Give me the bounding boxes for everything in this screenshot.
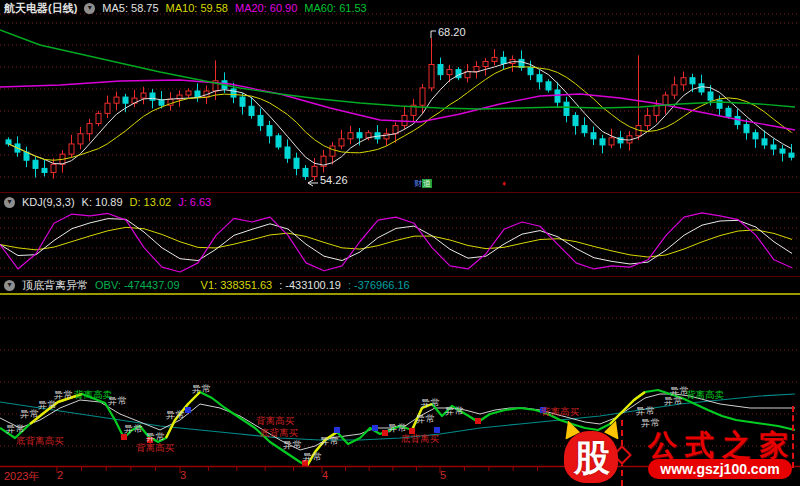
divergence-label: 异常 [387,422,407,433]
ma10-value: MA10: 59.58 [166,2,228,14]
kdj-pane-header: ▾ KDJ(9,3,3) K: 10.89 D: 13.02 J: 6.63 [4,196,211,208]
v3-value: : -376966.16 [348,279,410,291]
kdj-k-value: K: 10.89 [82,196,123,208]
v2-value: : -433100.19 [279,279,341,291]
gridlines [0,14,800,446]
divergence-label: 异常 [282,439,302,450]
logo-character: 股 [562,434,622,483]
divergence-label: 异常 [165,409,185,420]
divergence-label: 异常 [663,395,683,406]
divergence-label: 背离高买 [541,406,580,417]
divergence-label: 异常 [302,451,322,462]
axis-ticks [57,467,538,473]
chevron-down-icon[interactable]: ▾ [4,280,15,291]
bull-logo: 股 [562,422,622,484]
axis-month-label: 2 [57,469,63,481]
divergence-label: 背离高卖 [74,389,113,400]
divergence-label: 异常 [444,405,464,416]
axis-month-label: 4 [322,469,328,481]
divergence-label: 背离高买 [256,415,295,426]
stock-title: 航天电器(日线) [4,2,77,14]
high-price-annotation: 68.20 [438,26,466,38]
divergence-label: 异常 [5,423,25,434]
main-price-pane [0,30,795,186]
stock-app-window: 异常异常异常异常背离高卖底背离高买异常异常异常背离高买异常异常背离高买底背离买异… [0,0,800,486]
ma60-value: MA60: 61.53 [304,2,366,14]
divergence-label: 异常 [191,383,211,394]
kdj-d-value: D: 13.02 [130,196,172,208]
divergence-label: 底背离买 [260,427,299,438]
chart-canvas[interactable]: 异常异常异常异常背离高卖底背离高买异常异常异常背离高买异常异常背离高买底背离买异… [0,0,800,486]
kdj-title: KDJ(9,3,3) [22,196,75,208]
ma5-value: MA5: 58.75 [102,2,158,14]
divergence-label: 背离高卖 [686,389,725,400]
divergence-label: 异常 [19,408,39,419]
v1-value: V1: 338351.63 [201,279,273,291]
obv-value: OBV: -474437.09 [95,279,180,291]
axis-month-label: 3 [180,469,186,481]
divergence-label: 异常 [319,435,339,446]
red-marker-glyph: ♦ [502,179,506,188]
main-pane-header: 航天电器(日线) ▾ MA5: 58.75 MA10: 59.58 MA20: … [4,2,367,14]
ma20-value: MA20: 60.90 [235,2,297,14]
divergence-title: 顶底背离异常 [22,279,88,291]
divergence-label: 异常 [635,405,655,416]
signal-badge: 财道 [414,179,432,188]
divergence-label: 异常 [107,395,127,406]
divergence-label: 异常 [123,423,143,434]
divergence-label: 底背离高买 [16,435,64,446]
divergence-label: 异常 [37,399,57,410]
low-price-annotation: 54.26 [320,174,348,186]
divergence-label: 背离高买 [136,442,175,453]
axis-month-label: 2023年 [4,469,39,484]
divergence-label: 异常 [53,389,73,400]
divergence-label: 底背离买 [401,433,440,444]
chevron-down-icon[interactable]: ▾ [4,197,15,208]
watermark-url: www.gszj100.com [648,459,792,479]
divergence-pane-header: ▾ 顶底背离异常 OBV: -474437.09 V1: 338351.63 :… [4,279,410,291]
divergence-label: 异常 [145,431,165,442]
kdj-j-value: J: 6.63 [178,196,211,208]
divergence-label: 异常 [415,413,435,424]
chevron-down-icon[interactable]: ▾ [84,3,95,14]
kdj-pane [0,213,792,272]
axis-month-label: 5 [440,469,446,481]
divergence-label: 异常 [420,397,440,408]
